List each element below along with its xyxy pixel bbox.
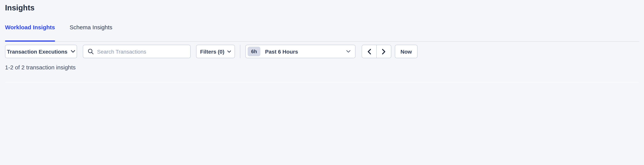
insights-table-card: Latest Transaction Execution ID Transact… xyxy=(5,82,640,83)
time-range-badge: 6h xyxy=(248,47,260,56)
time-range-label: Past 6 Hours xyxy=(265,48,298,55)
search-box[interactable] xyxy=(83,45,191,58)
transaction-insights-table: Latest Transaction Execution ID Transact… xyxy=(12,82,632,83)
chevron-left-icon xyxy=(368,49,371,54)
tab-workload-insights[interactable]: Workload Insights xyxy=(5,23,55,41)
time-range-prev-button[interactable] xyxy=(362,45,377,58)
time-range-next-button[interactable] xyxy=(376,45,391,58)
chevron-down-icon xyxy=(227,50,231,53)
column-header-sql-cpu-time[interactable]: SQL CPU Time xyxy=(514,82,572,83)
insight-type-select-label: Transaction Executions xyxy=(7,48,68,55)
column-header-transaction-execution[interactable]: Transaction Execution xyxy=(206,82,286,83)
time-range-picker[interactable]: 6h Past 6 Hours xyxy=(245,45,356,58)
column-header-start-time[interactable]: Start Time (UTC) xyxy=(379,82,445,83)
column-header-application-name[interactable]: Application Name xyxy=(572,82,632,83)
chevron-right-icon xyxy=(382,49,386,54)
search-input[interactable] xyxy=(97,48,186,55)
search-icon xyxy=(88,49,94,54)
chevron-down-icon xyxy=(71,50,75,53)
column-header-insights[interactable]: Insights xyxy=(335,82,379,83)
tab-bar: Workload Insights Schema Insights xyxy=(5,23,640,42)
time-range-step-buttons xyxy=(362,45,391,58)
column-header-transaction-fingerprint-id[interactable]: Transaction Fingerprint ID xyxy=(116,82,206,83)
toolbar-divider xyxy=(240,45,240,58)
column-header-status[interactable]: Status xyxy=(286,82,335,83)
insights-page: Insights Workload Insights Schema Insigh… xyxy=(0,0,644,83)
insight-type-select[interactable]: Transaction Executions xyxy=(5,45,77,58)
page-title: Insights xyxy=(5,3,640,13)
results-summary: 1-2 of 2 transaction insights xyxy=(5,64,640,71)
toolbar: Transaction Executions Filters (0) 6h Pa… xyxy=(5,45,640,58)
column-header-latest-transaction-execution-id[interactable]: Latest Transaction Execution ID xyxy=(12,82,116,83)
now-button[interactable]: Now xyxy=(395,45,418,58)
filters-button[interactable]: Filters (0) xyxy=(196,45,235,58)
tab-schema-insights[interactable]: Schema Insights xyxy=(70,23,112,41)
filters-button-label: Filters (0) xyxy=(200,48,224,55)
chevron-down-icon xyxy=(346,50,350,53)
table-header-row: Latest Transaction Execution ID Transact… xyxy=(12,82,632,83)
column-header-contention-time[interactable]: Contention Time xyxy=(445,82,514,83)
